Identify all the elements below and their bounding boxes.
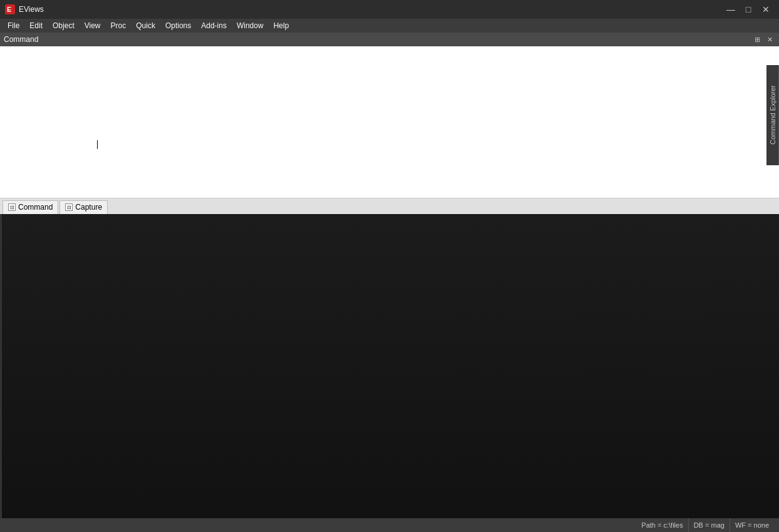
command-panel-title: Command xyxy=(4,35,38,44)
status-wf: WF = none xyxy=(730,518,774,532)
menu-item-file[interactable]: File xyxy=(3,20,24,31)
app-wrapper: E EViews — □ ✕ FileEditObjectViewProcQui… xyxy=(0,0,779,532)
command-area[interactable] xyxy=(0,46,779,198)
tab-capture-icon: ⊡ xyxy=(65,203,73,211)
menu-bar: FileEditObjectViewProcQuickOptionsAdd-in… xyxy=(0,19,779,33)
command-header-left: Command xyxy=(4,35,38,44)
text-cursor xyxy=(97,140,98,149)
menu-item-edit[interactable]: Edit xyxy=(24,20,48,31)
tab-command[interactable]: ⊡ Command xyxy=(3,200,58,214)
close-button[interactable]: ✕ xyxy=(758,3,774,16)
tab-capture[interactable]: ⊡ Capture xyxy=(59,200,108,214)
command-panel: Command ⊞ ✕ ⊡ Command ⊡ Capture xyxy=(0,33,779,214)
left-border xyxy=(0,214,2,532)
svg-text:E: E xyxy=(7,6,11,13)
tab-command-label: Command xyxy=(18,203,53,212)
status-bar: Path = c:\files DB = mag WF = none xyxy=(0,518,779,532)
menu-item-add-ins[interactable]: Add-ins xyxy=(196,20,232,31)
content-area: Command ⊞ ✕ ⊡ Command ⊡ Capture xyxy=(0,33,779,532)
tabs-row: ⊡ Command ⊡ Capture xyxy=(0,198,779,214)
menu-item-object[interactable]: Object xyxy=(48,20,80,31)
menu-item-view[interactable]: View xyxy=(80,20,106,31)
command-header-controls: ⊞ ✕ xyxy=(751,34,775,44)
menu-item-window[interactable]: Window xyxy=(232,20,269,31)
tab-command-icon: ⊡ xyxy=(8,203,16,211)
status-path: Path = c:\files xyxy=(636,518,688,532)
menu-item-proc[interactable]: Proc xyxy=(106,20,132,31)
menu-item-quick[interactable]: Quick xyxy=(131,20,160,31)
title-bar: E EViews — □ ✕ xyxy=(0,0,779,19)
command-panel-close-button[interactable]: ✕ xyxy=(764,34,775,44)
main-area xyxy=(0,214,779,532)
title-text: EViews xyxy=(19,5,44,14)
status-db: DB = mag xyxy=(688,518,730,532)
command-explorer-sidebar[interactable]: Command Explorer xyxy=(766,65,779,165)
window-controls: — □ ✕ xyxy=(723,3,774,16)
minimize-button[interactable]: — xyxy=(723,3,739,16)
command-header: Command ⊞ ✕ xyxy=(0,33,779,46)
title-left: E EViews xyxy=(5,4,44,14)
tab-capture-label: Capture xyxy=(75,203,102,212)
app-icon: E xyxy=(5,4,15,14)
maximize-button[interactable]: □ xyxy=(740,3,756,16)
menu-item-options[interactable]: Options xyxy=(160,20,196,31)
command-panel-pin-button[interactable]: ⊞ xyxy=(751,34,763,44)
menu-item-help[interactable]: Help xyxy=(269,20,294,31)
